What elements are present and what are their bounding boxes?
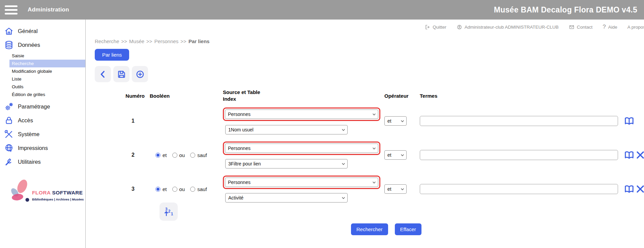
row-number: 1 [95, 118, 145, 124]
index-browse-book-icon[interactable] [624, 184, 634, 194]
breadcrumb-current: Par liens [188, 38, 210, 44]
termes-input[interactable] [420, 150, 618, 160]
sidebar-item-label: Impressions [18, 145, 48, 151]
back-button[interactable] [95, 66, 111, 82]
sidebar-item-systeme[interactable]: Système [0, 127, 85, 141]
source-select[interactable]: Personnes [225, 178, 378, 187]
header-booleen: Booléen [145, 93, 223, 99]
row-number: 2 [95, 152, 145, 158]
clear-button[interactable]: Effacer [395, 223, 421, 235]
donnees-submenu: Saisie Recherche Modification globale Li… [0, 52, 85, 100]
sidebar-item-label: Système [18, 131, 39, 137]
sidebar-item-label: Données [18, 42, 40, 48]
index-select[interactable]: 1Nom usuel [225, 125, 348, 134]
main-content: Quitter Administrateur-club ADMINISTRATE… [86, 20, 644, 248]
sidebar: Général Données Saisie Recherche Modific… [0, 20, 86, 248]
operator-select[interactable]: et [384, 184, 407, 194]
delete-row-close-icon[interactable] [635, 184, 644, 194]
flora-petals-icon [9, 178, 31, 209]
sidebar-item-liste[interactable]: Liste [9, 75, 85, 83]
sidebar-item-outils[interactable]: Outils [9, 83, 85, 91]
source-select[interactable]: Personnes [225, 144, 378, 153]
criteria-row-3: 3 et ou sauf Personnes Activité [95, 176, 644, 203]
save-button[interactable] [113, 66, 129, 82]
sidebar-item-donnees[interactable]: Données [0, 38, 85, 52]
termes-input[interactable] [420, 184, 618, 194]
home-icon [4, 27, 13, 36]
add-criteria-button[interactable] [132, 66, 148, 82]
tab-par-liens[interactable]: Par liens [95, 49, 129, 61]
hamburger-menu-icon[interactable] [5, 5, 18, 14]
svg-text:3: 3 [165, 207, 168, 212]
sidebar-item-acces[interactable]: Accès [0, 114, 85, 127]
index-browse-book-icon[interactable] [624, 150, 634, 160]
radio-sauf[interactable] [190, 187, 195, 192]
flora-software-logo: FLORA SOFTWARE Bibliothèques | Archives … [9, 178, 85, 209]
source-highlight-ring: Personnes [223, 142, 380, 155]
sidebar-item-label: Paramétrage [18, 103, 50, 110]
search-button[interactable]: Rechercher [351, 223, 388, 235]
sidebar-item-general[interactable]: Général [0, 24, 85, 38]
sidebar-item-label: Accès [18, 117, 33, 124]
globe-icon [4, 144, 13, 153]
index-browse-book-icon[interactable] [624, 116, 634, 126]
source-index-stack: Personnes 1Nom usuel [223, 107, 384, 134]
reorder-criteria-button[interactable]: 3 2 1 [159, 203, 178, 221]
gears-icon [4, 102, 13, 111]
wrench-icon [4, 157, 13, 166]
user-account-link[interactable]: Administrateur-club ADMINISTRATEUR-CLUB [457, 24, 559, 30]
source-highlight-ring: Personnes [223, 107, 380, 121]
logo-tagline: Bibliothèques | Archives | Musées [32, 197, 84, 201]
boolean-radio-group: et ou sauf [145, 186, 223, 192]
svg-text:2: 2 [168, 209, 171, 214]
app-title: Musée BAM Decalog Flora DEMO v4.5 [494, 5, 637, 14]
sort-numeric-icon: 3 2 1 [163, 206, 174, 217]
termes-input[interactable] [420, 116, 618, 126]
sidebar-item-edition-de-grilles[interactable]: Édition de grilles [9, 91, 85, 98]
contact-link[interactable]: Contact [569, 24, 593, 30]
about-link[interactable]: A propos [627, 25, 644, 30]
criteria-row-1: 1 Personnes 1Nom usuel et [95, 107, 644, 134]
delete-row-close-icon[interactable] [635, 150, 644, 160]
operator-select[interactable]: et [384, 150, 407, 160]
header-numero: Numéro [95, 93, 145, 99]
form-headers: Numéro Booléen Source et Table Index Opé… [95, 89, 644, 102]
logout-icon [425, 24, 430, 30]
index-select[interactable]: Activité [225, 193, 348, 203]
criteria-row-2: 2 et ou sauf Personnes 3Filtre pour lien [95, 142, 644, 168]
form-actions: Rechercher Effacer [351, 223, 644, 235]
radio-ou[interactable] [172, 153, 177, 158]
sidebar-item-utilitaires[interactable]: Utilitaires [0, 155, 85, 169]
header-source-index: Source et Table Index [223, 89, 384, 102]
sidebar-item-recherche[interactable]: Recherche [9, 60, 85, 67]
sidebar-item-impressions[interactable]: Impressions [0, 141, 85, 155]
row-number: 3 [95, 186, 145, 192]
chevron-left-icon [98, 70, 108, 79]
section-title: Administration [28, 6, 69, 13]
topbar: Administration Musée BAM Decalog Flora D… [0, 0, 644, 20]
radio-et[interactable] [155, 153, 160, 158]
index-select[interactable]: 3Filtre pour lien [225, 159, 348, 168]
sidebar-item-parametrage[interactable]: Paramétrage [0, 100, 85, 114]
logo-brand: FLORA SOFTWARE [32, 190, 84, 196]
boolean-radio-group: et ou sauf [145, 152, 223, 158]
operator-select[interactable]: et [384, 116, 407, 126]
quit-link[interactable]: Quitter [425, 24, 446, 30]
radio-et[interactable] [155, 187, 160, 192]
sidebar-item-modification-globale[interactable]: Modification globale [9, 67, 85, 75]
header-termes: Termes [420, 93, 622, 99]
source-select[interactable]: Personnes [225, 110, 378, 119]
question-mark-icon: ? [603, 24, 606, 30]
source-index-stack: Personnes 3Filtre pour lien [223, 142, 384, 168]
source-index-stack: Personnes Activité [223, 176, 384, 203]
sidebar-item-saisie[interactable]: Saisie [9, 52, 85, 60]
user-circle-icon [457, 24, 462, 30]
radio-ou[interactable] [172, 187, 177, 192]
radio-sauf[interactable] [190, 153, 195, 158]
userbar: Quitter Administrateur-club ADMINISTRATE… [95, 24, 644, 30]
plus-circle-icon [136, 70, 145, 79]
sidebar-item-label: Général [18, 28, 38, 34]
help-link[interactable]: ? Aide [603, 24, 617, 30]
database-icon [4, 40, 13, 50]
tools-icon [4, 130, 13, 139]
